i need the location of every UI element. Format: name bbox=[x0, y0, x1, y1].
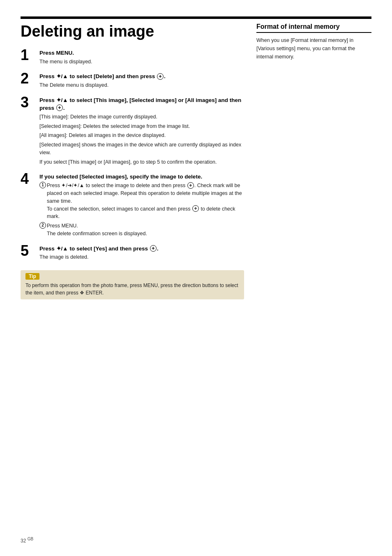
step-1-number: 1 bbox=[21, 48, 36, 63]
step-3: 3 Press ✦/▲ to select [This image], [Sel… bbox=[21, 97, 244, 167]
step-4-number: 4 bbox=[21, 171, 36, 186]
right-section-title: Format of internal memory bbox=[256, 23, 371, 33]
step-1-body: The menu is displayed. bbox=[39, 58, 244, 66]
step-2-number: 2 bbox=[21, 71, 36, 86]
right-section-body: When you use [Format internal memory] in… bbox=[256, 36, 371, 61]
step-2-content: Press ✦/▲ to select [Delete] and then pr… bbox=[39, 73, 244, 91]
sub-step-2-content: Press MENU. The delete confirmation scre… bbox=[47, 222, 244, 238]
tip-label: Tip bbox=[25, 273, 39, 280]
step-5-body: The image is deleted. bbox=[39, 253, 244, 261]
step-5-content: Press ✦/▲ to select [Yes] and then press… bbox=[39, 245, 244, 263]
sub-step-1: 1 Press ✦/➜/✦/▲ to select the image to d… bbox=[39, 182, 244, 220]
step-1-header: Press MENU. bbox=[39, 49, 244, 57]
page-title: Deleting an image bbox=[21, 23, 244, 40]
step-2-body: The Delete menu is displayed. bbox=[39, 81, 244, 89]
step-3-content: Press ✦/▲ to select [This image], [Selec… bbox=[39, 97, 244, 167]
step-5-header: Press ✦/▲ to select [Yes] and then press… bbox=[39, 245, 244, 253]
step-3-number: 3 bbox=[21, 95, 36, 110]
step-1: 1 Press MENU. The menu is displayed. bbox=[21, 49, 244, 67]
top-border bbox=[21, 16, 371, 19]
step-3-body: [This image]: Deletes the image currentl… bbox=[39, 113, 244, 166]
enter-icon-3 bbox=[56, 104, 63, 111]
enter-icon-4b bbox=[192, 205, 199, 212]
enter-icon bbox=[157, 73, 164, 80]
step-1-content: Press MENU. The menu is displayed. bbox=[39, 49, 244, 67]
two-column-layout: Deleting an image 1 Press MENU. The menu… bbox=[21, 23, 371, 299]
sub-step-2: 2 Press MENU. The delete confirmation sc… bbox=[39, 222, 244, 238]
page-footer: 32 GB bbox=[21, 537, 33, 544]
page: Deleting an image 1 Press MENU. The menu… bbox=[0, 0, 392, 556]
enter-icon-4a bbox=[187, 182, 194, 189]
tip-text: To perform this operation from the photo… bbox=[25, 282, 239, 297]
step-3-header: Press ✦/▲ to select [This image], [Selec… bbox=[39, 97, 244, 112]
page-number: 32 bbox=[21, 538, 26, 544]
step-4-content: If you selected [Selected images], speci… bbox=[39, 173, 244, 239]
page-suffix: GB bbox=[28, 537, 33, 541]
sub-step-2-num: 2 bbox=[39, 222, 46, 229]
sub-step-1-content: Press ✦/➜/✦/▲ to select the image to del… bbox=[47, 182, 244, 220]
step-2-header: Press ✦/▲ to select [Delete] and then pr… bbox=[39, 73, 244, 81]
sub-step-1-num: 1 bbox=[39, 182, 46, 188]
right-column: Format of internal memory When you use [… bbox=[256, 23, 371, 299]
enter-icon-5 bbox=[150, 245, 157, 252]
step-4-body: 1 Press ✦/➜/✦/▲ to select the image to d… bbox=[39, 182, 244, 237]
tip-box: Tip To perform this operation from the p… bbox=[21, 270, 244, 299]
step-5-number: 5 bbox=[21, 243, 36, 258]
left-column: Deleting an image 1 Press MENU. The menu… bbox=[21, 23, 244, 299]
step-5: 5 Press ✦/▲ to select [Yes] and then pre… bbox=[21, 245, 244, 263]
step-4: 4 If you selected [Selected images], spe… bbox=[21, 173, 244, 239]
step-4-header: If you selected [Selected images], speci… bbox=[39, 173, 244, 181]
step-2: 2 Press ✦/▲ to select [Delete] and then … bbox=[21, 73, 244, 91]
